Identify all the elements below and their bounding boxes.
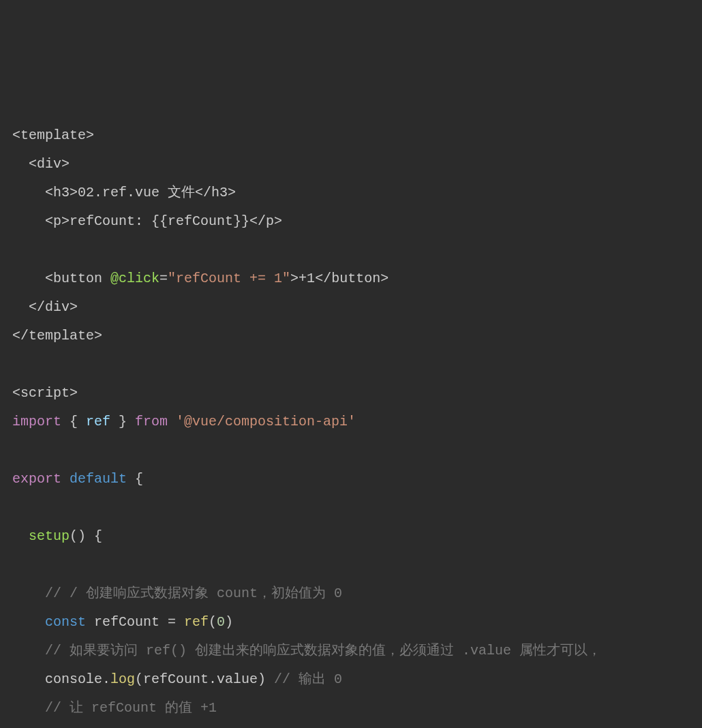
code-token: refCount =	[94, 614, 184, 630]
code-token: <script>	[12, 385, 78, 401]
code-editor: <template> <div> <h3>02.ref.vue 文件</h3> …	[12, 121, 690, 728]
code-token: @click	[110, 271, 159, 286]
code-token: </div>	[29, 299, 78, 315]
code-token: =	[159, 271, 168, 286]
code-token: () {	[70, 528, 102, 544]
code-token: refCount.value	[143, 671, 258, 687]
code-token: log	[110, 671, 135, 687]
code-token: (	[209, 614, 217, 630]
code-token: "refCount += 1"	[168, 271, 290, 286]
code-token: </template>	[12, 328, 102, 344]
code-token: 02.ref.vue 文件	[78, 185, 195, 200]
code-token: ref	[184, 614, 209, 630]
code-token: export	[12, 471, 61, 487]
code-token: const	[45, 614, 94, 630]
code-token: <p>	[45, 213, 70, 229]
code-token: 0	[217, 614, 225, 630]
code-token: </h3>	[195, 185, 236, 200]
code-token: <template>	[12, 127, 94, 143]
code-token: // 让 refCount 的值 +1	[45, 700, 217, 716]
code-token: >	[290, 271, 299, 286]
code-token: (	[135, 671, 143, 687]
code-token: default	[61, 471, 135, 487]
code-token: import	[12, 414, 61, 429]
code-token: // 输出 0	[274, 671, 342, 687]
code-token: console.	[45, 671, 110, 687]
code-token: )	[258, 671, 274, 687]
code-token: <div>	[29, 156, 70, 172]
code-token: // / 创建响应式数据对象 count，初始值为 0	[45, 586, 342, 601]
code-token: from	[135, 414, 168, 429]
code-token: </button>	[315, 271, 388, 286]
code-token: refCount: {{refCount}}	[70, 213, 249, 229]
code-token: +1	[299, 271, 315, 286]
code-token: )	[225, 614, 233, 630]
code-token: <h3>	[45, 185, 78, 200]
code-token: {	[135, 471, 143, 487]
code-token: {	[61, 414, 86, 429]
code-token: ref	[86, 414, 110, 429]
code-token: // 如果要访问 ref() 创建出来的响应式数据对象的值，必须通过 .valu…	[45, 643, 601, 658]
code-token: <button	[45, 271, 110, 286]
code-token: '@vue/composition-api'	[168, 414, 356, 429]
code-token: </p>	[249, 213, 282, 229]
code-token: }	[110, 414, 135, 429]
code-token: setup	[29, 528, 70, 544]
